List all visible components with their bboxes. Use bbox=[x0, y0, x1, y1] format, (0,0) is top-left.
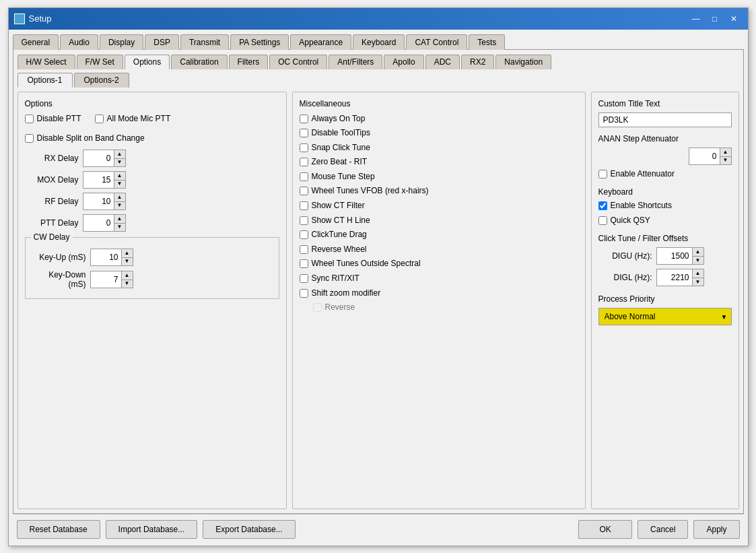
zero-beat-row: Zero Beat - RIT bbox=[300, 157, 578, 168]
ok-button[interactable]: OK bbox=[578, 520, 632, 539]
enable-attenuator-checkbox[interactable] bbox=[598, 170, 607, 178]
rx-delay-up[interactable]: ▲ bbox=[114, 150, 125, 158]
mox-delay-label: MOX Delay bbox=[25, 175, 79, 185]
subtab-calibration[interactable]: Calibration bbox=[171, 55, 227, 69]
rf-delay-input[interactable] bbox=[83, 195, 114, 207]
show-ct-h-line-checkbox[interactable] bbox=[300, 216, 308, 225]
close-button[interactable]: ✕ bbox=[725, 12, 743, 26]
reverse-wheel-row: Reverse Wheel bbox=[300, 245, 578, 255]
mox-delay-input[interactable] bbox=[83, 174, 114, 186]
clicktune-drag-checkbox[interactable] bbox=[300, 230, 308, 239]
tab-keyboard[interactable]: Keyboard bbox=[353, 34, 405, 50]
sync-rit-xit-row: Sync RIT/XIT bbox=[300, 273, 578, 284]
tab-appearance[interactable]: Appearance bbox=[290, 34, 351, 50]
ptt-delay-input[interactable] bbox=[83, 217, 114, 229]
ptt-delay-up[interactable]: ▲ bbox=[114, 215, 125, 223]
rx-delay-down[interactable]: ▼ bbox=[114, 158, 125, 166]
subtab-apollo[interactable]: Apollo bbox=[384, 55, 423, 69]
mouse-tune-step-checkbox[interactable] bbox=[300, 172, 308, 181]
rf-delay-label: RF Delay bbox=[25, 197, 79, 206]
reset-database-button[interactable]: Reset Database bbox=[17, 520, 100, 539]
anan-down[interactable]: ▼ bbox=[720, 156, 731, 164]
subtab-options[interactable]: Options bbox=[125, 55, 170, 69]
wheel-tunes-outside-checkbox[interactable] bbox=[300, 259, 308, 268]
export-database-button[interactable]: Export Database... bbox=[203, 520, 295, 539]
digu-up[interactable]: ▲ bbox=[693, 248, 703, 256]
digl-up[interactable]: ▲ bbox=[693, 269, 703, 278]
subtab-oc-control[interactable]: OC Control bbox=[269, 55, 327, 69]
mox-delay-up[interactable]: ▲ bbox=[114, 172, 125, 180]
disable-tooltips-checkbox[interactable] bbox=[300, 129, 308, 137]
subtab-navigation[interactable]: Navigation bbox=[495, 55, 551, 69]
subtab-rx2[interactable]: RX2 bbox=[461, 55, 494, 69]
key-up-input[interactable] bbox=[91, 251, 121, 263]
snap-click-tune-row: Snap Click Tune bbox=[300, 143, 578, 154]
digu-down[interactable]: ▼ bbox=[693, 256, 703, 264]
enable-shortcuts-checkbox[interactable] bbox=[598, 201, 607, 210]
ptt-delay-down[interactable]: ▼ bbox=[114, 223, 125, 231]
process-priority-select[interactable]: Idle Below Normal Normal Above Normal Hi… bbox=[598, 308, 732, 325]
custom-title-input[interactable] bbox=[598, 112, 732, 127]
wheel-tunes-vfob-label: Wheel Tunes VFOB (red x-hairs) bbox=[312, 186, 429, 197]
disable-split-checkbox[interactable] bbox=[25, 134, 34, 143]
wheel-tunes-vfob-checkbox[interactable] bbox=[300, 187, 308, 195]
options-tab-1[interactable]: Options-1 bbox=[18, 73, 73, 88]
rx-delay-input[interactable] bbox=[83, 152, 114, 164]
tab-transmit[interactable]: Transmit bbox=[180, 34, 229, 50]
subtab-fw-set[interactable]: F/W Set bbox=[77, 55, 123, 69]
zero-beat-checkbox[interactable] bbox=[300, 158, 308, 166]
rx-delay-buttons: ▲ ▼ bbox=[114, 150, 125, 166]
tab-audio[interactable]: Audio bbox=[60, 34, 98, 50]
key-up-down[interactable]: ▼ bbox=[122, 257, 133, 265]
shift-zoom-checkbox[interactable] bbox=[300, 289, 308, 298]
show-ct-h-line-label: Show CT H Line bbox=[312, 216, 370, 226]
rf-delay-down[interactable]: ▼ bbox=[114, 201, 125, 209]
anan-input[interactable] bbox=[689, 150, 720, 162]
sub-tab-row: H/W Select F/W Set Options Calibration F… bbox=[18, 54, 739, 69]
options-tab-2[interactable]: Options-2 bbox=[74, 73, 129, 88]
import-database-button[interactable]: Import Database... bbox=[106, 520, 198, 539]
key-up-up[interactable]: ▲ bbox=[122, 249, 133, 257]
minimize-button[interactable]: — bbox=[687, 12, 705, 26]
subtab-filters[interactable]: Filters bbox=[229, 55, 269, 69]
digl-input[interactable] bbox=[657, 271, 692, 284]
disable-split-row: Disable Split on Band Change bbox=[25, 133, 279, 144]
reverse-wheel-checkbox[interactable] bbox=[300, 245, 308, 254]
tab-display[interactable]: Display bbox=[100, 34, 143, 50]
subtab-adc[interactable]: ADC bbox=[425, 55, 460, 69]
tab-pa-settings[interactable]: PA Settings bbox=[230, 34, 289, 50]
left-panel: Options Disable PTT All Mode Mic PTT bbox=[18, 92, 287, 509]
key-down-input[interactable] bbox=[91, 273, 121, 286]
anan-up[interactable]: ▲ bbox=[720, 148, 731, 156]
tab-dsp[interactable]: DSP bbox=[145, 34, 179, 50]
shift-zoom-label: Shift zoom modifier bbox=[312, 288, 381, 299]
key-down-up[interactable]: ▲ bbox=[122, 271, 133, 280]
subtab-hw-select[interactable]: H/W Select bbox=[18, 55, 75, 69]
ptt-delay-row: PTT Delay ▲ ▼ bbox=[25, 214, 279, 232]
subtab-ant-filters[interactable]: Ant/Filters bbox=[329, 55, 382, 69]
key-up-row: Key-Up (mS) ▲ ▼ bbox=[32, 249, 272, 266]
shift-zoom-row: Shift zoom modifier bbox=[300, 288, 578, 299]
always-on-top-checkbox[interactable] bbox=[300, 115, 308, 123]
snap-click-tune-checkbox[interactable] bbox=[300, 143, 308, 152]
tab-tests[interactable]: Tests bbox=[469, 34, 505, 50]
key-down-down[interactable]: ▼ bbox=[122, 280, 133, 288]
maximize-button[interactable]: □ bbox=[706, 12, 724, 26]
all-mode-mic-ptt-checkbox[interactable] bbox=[95, 115, 104, 123]
mox-delay-down[interactable]: ▼ bbox=[114, 180, 125, 188]
digu-buttons: ▲ ▼ bbox=[692, 248, 703, 264]
digl-hz-label: DIGL (Hz): bbox=[598, 273, 652, 282]
apply-button[interactable]: Apply bbox=[693, 520, 739, 539]
tab-general[interactable]: General bbox=[13, 34, 59, 50]
digl-down[interactable]: ▼ bbox=[693, 278, 703, 286]
key-up-label: Key-Up (mS) bbox=[32, 253, 86, 262]
cancel-button[interactable]: Cancel bbox=[638, 520, 688, 539]
show-ct-filter-checkbox[interactable] bbox=[300, 201, 308, 210]
sync-rit-xit-checkbox[interactable] bbox=[300, 274, 308, 283]
quick-qsy-checkbox[interactable] bbox=[598, 216, 607, 225]
wheel-tunes-outside-label: Wheel Tunes Outside Spectral bbox=[312, 259, 421, 269]
tab-cat-control[interactable]: CAT Control bbox=[406, 34, 467, 50]
rf-delay-up[interactable]: ▲ bbox=[114, 193, 125, 201]
digu-input[interactable] bbox=[657, 250, 692, 262]
disable-ptt-checkbox[interactable] bbox=[25, 115, 34, 123]
